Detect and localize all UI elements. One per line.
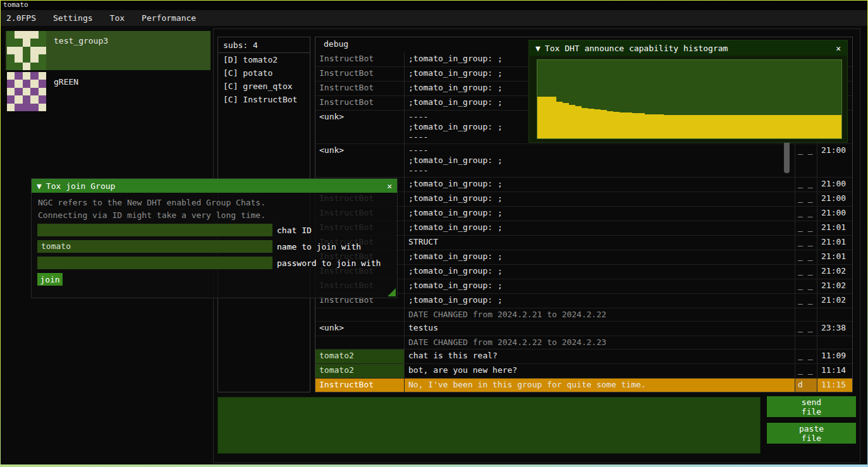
histogram-bar: [785, 115, 791, 138]
subs-list: [D] tomato2[C] potato[C] green_qtox[C] I…: [218, 53, 310, 106]
dht-histogram-plot: [537, 59, 842, 139]
histogram-bar: [550, 97, 556, 138]
histogram-bar: [651, 114, 657, 138]
join-button[interactable]: join: [37, 273, 63, 286]
chat-sender: <unk>: [315, 322, 404, 336]
chat-tab-debug[interactable]: debug: [324, 39, 348, 49]
chat-row: DATE CHANGED from 2024.2.22 to 2024.2.23: [315, 336, 852, 349]
chat-delivery-flags: _ _: [795, 221, 817, 235]
close-icon[interactable]: ✕: [836, 44, 841, 53]
group-item-test_group3[interactable]: test_group3: [6, 31, 211, 70]
chat-message: bot, are you new here?: [404, 364, 795, 378]
avatar-pixel: [30, 54, 38, 62]
resize-grip-icon[interactable]: [388, 288, 396, 296]
menu-performance[interactable]: Performance: [142, 13, 196, 23]
chat-row: <unk>---- ;tomato_in_group: ; ----_ _21:…: [315, 144, 852, 178]
chat-delivery-flags: _ _: [795, 349, 817, 363]
message-input[interactable]: [217, 397, 761, 454]
subs-item[interactable]: [C] green_qtox: [218, 80, 310, 93]
histogram-bar: [733, 115, 740, 138]
send-file-label-line1: send: [802, 397, 821, 407]
chat-delivery-flags: [795, 336, 817, 349]
avatar-pixel: [30, 104, 38, 111]
close-icon[interactable]: ✕: [387, 181, 392, 191]
histogram-bar: [695, 115, 702, 138]
histogram-bar: [601, 110, 607, 138]
chat-timestamp: 11:14: [817, 364, 852, 378]
avatar-pixel: [30, 72, 38, 80]
chat-timestamp: 21:02: [817, 294, 852, 308]
join-field-label: password to join with: [277, 258, 381, 268]
chat-timestamp: [817, 308, 852, 321]
chat-timestamp: 21:00: [817, 178, 852, 191]
subs-item[interactable]: [C] InstructBot: [218, 93, 310, 106]
avatar-pixel: [23, 80, 30, 87]
window-frame: tomato 2.0FPS SettingsToxPerformance tes…: [0, 0, 868, 467]
avatar-pixel: [39, 47, 46, 54]
avatar-pixel: [23, 72, 30, 80]
avatar-pixel: [30, 39, 38, 46]
collapse-arrow-icon[interactable]: ▼: [37, 181, 42, 191]
chat-delivery-flags: _ _: [795, 322, 817, 336]
chat-delivery-flags: _ _: [795, 279, 817, 293]
join-input-chat-id[interactable]: [37, 224, 272, 236]
histogram-bar: [594, 109, 601, 138]
avatar-pixel: [23, 54, 30, 62]
chat-message: ;tomato_in_group: ;: [404, 192, 795, 206]
chat-message: ;tomato_in_group: ;: [404, 294, 795, 308]
chat-timestamp: 21:01: [817, 221, 852, 235]
chat-sender: InstructBot: [315, 96, 404, 110]
avatar-pixel: [23, 31, 30, 39]
chat-message: ;tomato_in_group: ;: [404, 279, 795, 293]
histogram-bar: [753, 115, 759, 138]
menu-settings[interactable]: Settings: [53, 13, 93, 23]
chat-delivery-flags: d: [795, 379, 817, 392]
chat-sender: [315, 336, 404, 349]
histogram-bar: [575, 106, 582, 138]
histogram-bar: [714, 115, 721, 138]
group-name: test_group3: [54, 36, 108, 45]
histogram-bar: [556, 102, 563, 138]
paste-file-label-line1: paste: [799, 424, 824, 434]
chat-delivery-flags: _ _: [795, 236, 817, 250]
chat-sender: tomato2: [315, 349, 404, 363]
histogram-bar: [804, 115, 810, 138]
group-item-gREEN[interactable]: gREEN: [6, 72, 211, 111]
subs-item[interactable]: [C] potato: [218, 66, 310, 80]
group-avatar: [7, 31, 46, 70]
join-input-name[interactable]: tomato: [37, 240, 272, 253]
histogram-bar: [537, 97, 544, 138]
paste-file-label-line2: file: [802, 434, 821, 443]
histogram-bar: [727, 115, 733, 138]
tomato-app: tomato 2.0FPS SettingsToxPerformance tes…: [1, 1, 867, 464]
histogram-bar: [683, 115, 689, 138]
join-desc-line2: Connecting via ID might take a very long…: [38, 210, 266, 220]
avatar-pixel: [23, 63, 30, 70]
group-name: gREEN: [54, 77, 78, 87]
histogram-bar: [632, 113, 639, 138]
fps-counter: 2.0FPS: [6, 13, 36, 23]
avatar-pixel: [15, 72, 22, 80]
avatar-pixel: [23, 104, 30, 111]
chat-timestamp: [817, 336, 852, 349]
subs-item[interactable]: [D] tomato2: [218, 53, 310, 66]
histogram-bar: [759, 115, 766, 138]
histogram-bar: [607, 111, 613, 138]
chat-delivery-flags: _ _: [795, 364, 817, 378]
chat-delivery-flags: _ _: [795, 207, 817, 221]
chat-row: InstructBotNo, I've been in this group f…: [315, 379, 852, 392]
chat-sender: InstructBot: [315, 379, 404, 392]
collapse-arrow-icon[interactable]: ▼: [535, 44, 541, 53]
avatar-pixel: [15, 88, 22, 95]
join-input-password[interactable]: [37, 257, 272, 269]
avatar-pixel: [7, 104, 15, 111]
join-desc-line1: NGC refers to the New DHT enabled Group …: [38, 198, 266, 207]
send-file-button[interactable]: send file: [767, 396, 856, 417]
menu-tox[interactable]: Tox: [110, 13, 125, 23]
avatar-pixel: [39, 63, 46, 70]
avatar-pixel: [7, 88, 15, 95]
join-group-window: ▼ Tox join Group ✕ NGC refers to the New…: [31, 178, 398, 298]
histogram-bar: [670, 115, 676, 138]
paste-file-button[interactable]: paste file: [767, 423, 856, 444]
chat-sender: [315, 308, 404, 321]
